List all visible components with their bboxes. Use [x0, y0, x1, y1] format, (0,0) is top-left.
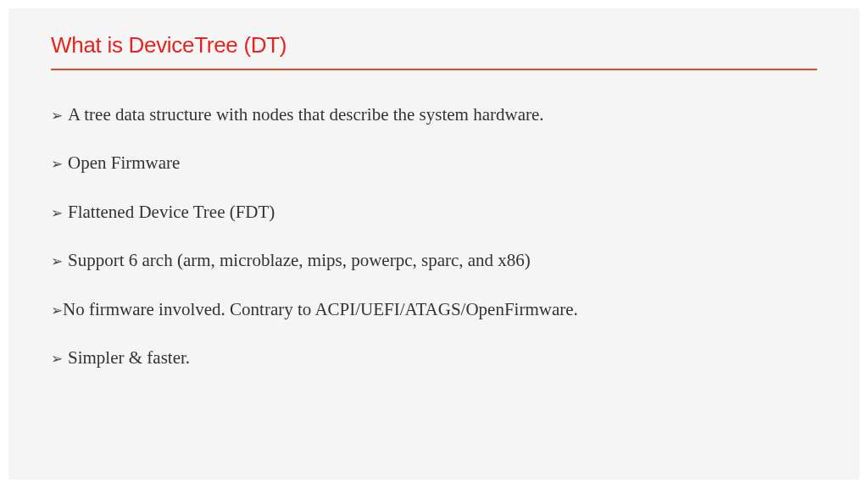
bullet-text: No firmware involved. Contrary to ACPI/U… — [63, 297, 817, 322]
bullet-text: Simpler & faster. — [68, 346, 817, 370]
bullet-text: Open Firmware — [68, 151, 817, 175]
list-item: ➢ Flattened Device Tree (FDT) — [51, 200, 817, 225]
title-divider — [51, 69, 817, 70]
list-item: ➢ A tree data structure with nodes that … — [51, 103, 817, 127]
bullet-text: Support 6 arch (arm, microblaze, mips, p… — [68, 248, 817, 273]
bullet-list: ➢ A tree data structure with nodes that … — [51, 103, 817, 370]
bullet-text: A tree data structure with nodes that de… — [68, 103, 817, 127]
slide-container: What is DeviceTree (DT) ➢ A tree data st… — [8, 8, 860, 480]
list-item: ➢ No firmware involved. Contrary to ACPI… — [51, 297, 817, 322]
list-item: ➢ Support 6 arch (arm, microblaze, mips,… — [51, 248, 817, 273]
chevron-right-icon: ➢ — [51, 301, 63, 321]
list-item: ➢ Simpler & faster. — [51, 346, 817, 370]
chevron-right-icon: ➢ — [51, 203, 63, 224]
chevron-right-icon: ➢ — [51, 349, 63, 369]
chevron-right-icon: ➢ — [51, 106, 63, 126]
bullet-text: Flattened Device Tree (FDT) — [68, 200, 817, 225]
chevron-right-icon: ➢ — [51, 252, 63, 272]
list-item: ➢ Open Firmware — [51, 151, 817, 175]
slide-title: What is DeviceTree (DT) — [51, 32, 817, 58]
chevron-right-icon: ➢ — [51, 154, 63, 175]
